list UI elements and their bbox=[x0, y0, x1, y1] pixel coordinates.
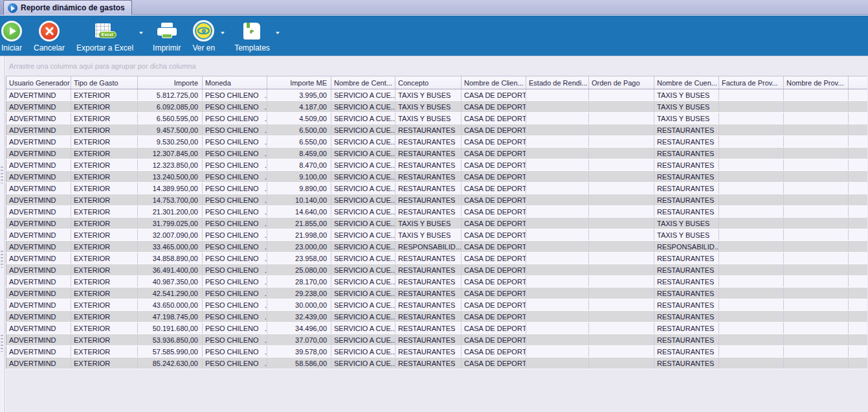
cell[interactable]: RESTAURANTES bbox=[654, 206, 719, 218]
cell[interactable]: TAXIS Y BUSES bbox=[395, 101, 462, 113]
cell[interactable]: CASA DE DEPORTE bbox=[462, 299, 526, 311]
column-header[interactable]: Orden de Pago bbox=[589, 76, 654, 89]
cell[interactable]: 6.500,00 bbox=[267, 124, 331, 136]
table-row[interactable]: ADVERTMINDEXTERIOR85.242.630,00PESO CHIL… bbox=[6, 358, 868, 369]
cell[interactable]: 34.496,00 bbox=[267, 323, 331, 334]
column-header[interactable]: Estado de Rendi... bbox=[526, 76, 589, 89]
cell[interactable] bbox=[719, 171, 784, 183]
cell[interactable]: SERVICIO A CUE... bbox=[331, 346, 395, 358]
cell[interactable]: TAXIS Y BUSES bbox=[654, 89, 719, 101]
cell[interactable] bbox=[719, 264, 784, 276]
cell[interactable]: RESTAURANTES bbox=[395, 206, 462, 218]
cell[interactable] bbox=[784, 334, 849, 346]
cell[interactable]: PESO CHILENO ... bbox=[203, 346, 267, 358]
cell[interactable]: SERVICIO A CUE... bbox=[331, 253, 395, 264]
column-header[interactable]: Nombre de Clien... bbox=[462, 76, 526, 89]
cell[interactable]: ADVERTMIND bbox=[6, 346, 71, 358]
cell[interactable]: 6.550,00 bbox=[267, 136, 331, 148]
cell[interactable]: EXTERIOR bbox=[71, 323, 138, 334]
cell[interactable]: PESO CHILENO ... bbox=[203, 183, 267, 194]
cell[interactable] bbox=[784, 264, 849, 276]
cell[interactable]: SERVICIO A CUE... bbox=[331, 124, 395, 136]
cell[interactable] bbox=[589, 171, 654, 183]
cell[interactable]: 14.753.700,00 bbox=[138, 194, 203, 206]
cancelar-button[interactable]: Cancelar bbox=[28, 19, 71, 54]
cell[interactable] bbox=[719, 206, 784, 218]
group-by-bar[interactable]: Arrastre una columna aquí para agrupar p… bbox=[6, 56, 868, 76]
cell[interactable] bbox=[589, 276, 654, 288]
cell[interactable]: 5.812.725,00 bbox=[138, 89, 203, 101]
cell[interactable]: CASA DE DEPORTE bbox=[462, 358, 526, 369]
cell[interactable] bbox=[719, 159, 784, 171]
cell[interactable] bbox=[719, 101, 784, 113]
cell[interactable]: ADVERTMIND bbox=[6, 218, 71, 229]
cell[interactable] bbox=[526, 346, 589, 358]
cell[interactable]: PESO CHILENO ... bbox=[203, 101, 267, 113]
column-header[interactable]: Moneda bbox=[203, 76, 267, 89]
cell[interactable]: EXTERIOR bbox=[71, 264, 138, 276]
table-row[interactable]: ADVERTMINDEXTERIOR9.530.250,00PESO CHILE… bbox=[6, 136, 868, 148]
cell[interactable]: RESTAURANTES bbox=[395, 358, 462, 369]
cell[interactable]: EXTERIOR bbox=[71, 358, 138, 369]
cell[interactable]: CASA DE DEPORTE bbox=[462, 218, 526, 229]
cell[interactable]: SERVICIO A CUE... bbox=[331, 358, 395, 369]
cell[interactable] bbox=[589, 218, 654, 229]
cell[interactable]: 14.640,00 bbox=[267, 206, 331, 218]
cell[interactable]: ADVERTMIND bbox=[6, 171, 71, 183]
cell[interactable]: ADVERTMIND bbox=[6, 241, 71, 253]
cell[interactable]: SERVICIO A CUE... bbox=[331, 218, 395, 229]
cell[interactable] bbox=[589, 148, 654, 159]
cell[interactable]: CASA DE DEPORTE bbox=[462, 241, 526, 253]
cell[interactable]: RESTAURANTES bbox=[654, 264, 719, 276]
cell[interactable]: RESTAURANTES bbox=[654, 253, 719, 264]
cell[interactable]: CASA DE DEPORTE bbox=[462, 288, 526, 299]
cell[interactable]: ADVERTMIND bbox=[6, 183, 71, 194]
cell[interactable]: ADVERTMIND bbox=[6, 334, 71, 346]
table-row[interactable]: ADVERTMINDEXTERIOR50.191.680,00PESO CHIL… bbox=[6, 323, 868, 334]
cell[interactable]: PESO CHILENO ... bbox=[203, 299, 267, 311]
cell[interactable] bbox=[784, 89, 849, 101]
column-header[interactable]: Importe bbox=[138, 76, 203, 89]
cell[interactable]: RESTAURANTES bbox=[395, 288, 462, 299]
cell[interactable] bbox=[784, 206, 849, 218]
cell[interactable] bbox=[526, 334, 589, 346]
cell[interactable]: 8.459,00 bbox=[267, 148, 331, 159]
cell[interactable] bbox=[526, 89, 589, 101]
cell[interactable]: CASA DE DEPORTE bbox=[462, 334, 526, 346]
cell[interactable]: 4.187,00 bbox=[267, 101, 331, 113]
column-header[interactable]: Importe ME bbox=[267, 76, 331, 89]
cell[interactable] bbox=[526, 124, 589, 136]
cell[interactable]: SERVICIO A CUE... bbox=[331, 288, 395, 299]
cell[interactable] bbox=[526, 358, 589, 369]
cell[interactable]: 29.238,00 bbox=[267, 288, 331, 299]
cell[interactable] bbox=[719, 183, 784, 194]
table-row[interactable]: ADVERTMINDEXTERIOR57.585.990,00PESO CHIL… bbox=[6, 346, 868, 358]
cell[interactable]: 14.389.950,00 bbox=[138, 183, 203, 194]
cell[interactable]: PESO CHILENO ... bbox=[203, 171, 267, 183]
cell[interactable]: RESTAURANTES bbox=[395, 159, 462, 171]
cell[interactable]: RESTAURANTES bbox=[654, 323, 719, 334]
cell[interactable]: RESTAURANTES bbox=[395, 323, 462, 334]
cell[interactable]: PESO CHILENO ... bbox=[203, 276, 267, 288]
cell[interactable]: SERVICIO A CUE... bbox=[331, 264, 395, 276]
cell[interactable] bbox=[784, 229, 849, 241]
cell[interactable]: RESTAURANTES bbox=[654, 194, 719, 206]
cell[interactable]: EXTERIOR bbox=[71, 299, 138, 311]
table-row[interactable]: ADVERTMINDEXTERIOR33.465.000,00PESO CHIL… bbox=[6, 241, 868, 253]
cell[interactable]: 30.000,00 bbox=[267, 299, 331, 311]
cell[interactable] bbox=[526, 229, 589, 241]
cell[interactable] bbox=[784, 136, 849, 148]
table-row[interactable]: ADVERTMINDEXTERIOR47.198.745,00PESO CHIL… bbox=[6, 311, 868, 323]
cell[interactable] bbox=[589, 264, 654, 276]
cell[interactable]: ADVERTMIND bbox=[6, 253, 71, 264]
cell[interactable] bbox=[784, 241, 849, 253]
cell[interactable]: EXTERIOR bbox=[71, 229, 138, 241]
cell[interactable]: PESO CHILENO ... bbox=[203, 206, 267, 218]
cell[interactable] bbox=[589, 159, 654, 171]
cell[interactable]: 23.000,00 bbox=[267, 241, 331, 253]
cell[interactable] bbox=[719, 276, 784, 288]
cell[interactable]: EXTERIOR bbox=[71, 218, 138, 229]
table-row[interactable]: ADVERTMINDEXTERIOR43.650.000,00PESO CHIL… bbox=[6, 299, 868, 311]
cell[interactable]: CASA DE DEPORTE bbox=[462, 89, 526, 101]
cell[interactable]: RESTAURANTES bbox=[395, 253, 462, 264]
